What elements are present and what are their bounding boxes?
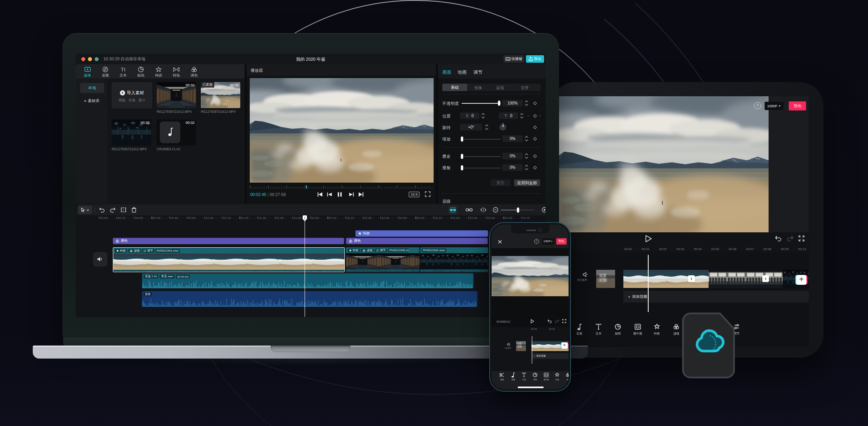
svg-text:TI: TI <box>121 67 125 72</box>
